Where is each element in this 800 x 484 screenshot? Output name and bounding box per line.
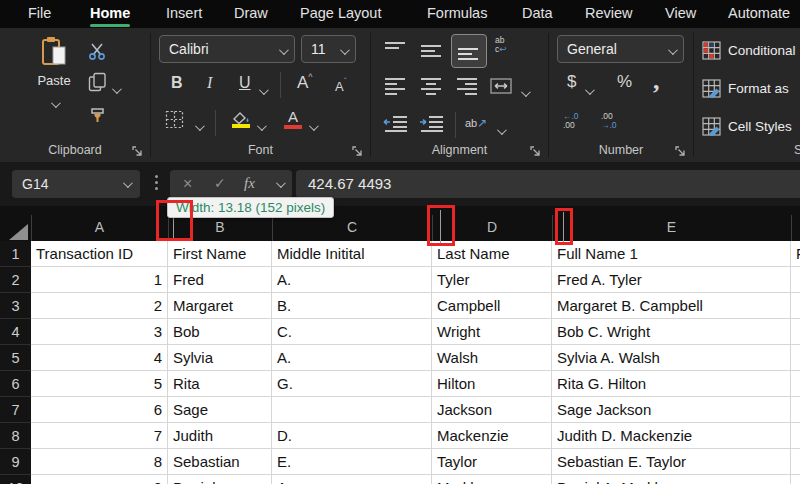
tab-view[interactable]: View bbox=[665, 0, 696, 28]
format-as-table-button[interactable]: Format as bbox=[702, 76, 789, 100]
number-format-select[interactable]: General bbox=[557, 35, 684, 63]
enter-icon[interactable]: ✓ bbox=[214, 170, 226, 197]
percent-button[interactable]: % bbox=[617, 72, 632, 92]
cell-D3[interactable]: Campbell bbox=[432, 293, 552, 319]
number-dialog-launcher[interactable] bbox=[674, 143, 686, 155]
row-header-9[interactable]: 9 bbox=[0, 449, 31, 475]
cell-D7[interactable]: Jackson bbox=[432, 397, 552, 423]
cell-E5[interactable]: Sylvia A. Walsh bbox=[552, 345, 791, 371]
bold-button[interactable]: B bbox=[171, 74, 183, 92]
cell-E7[interactable]: Sage Jackson bbox=[552, 397, 791, 423]
bottom-align-button-selected[interactable] bbox=[451, 34, 487, 68]
cell-D8[interactable]: Mackenzie bbox=[432, 423, 552, 449]
cell-E6[interactable]: Rita G. Hilton bbox=[552, 371, 791, 397]
cell-B6[interactable]: Rita bbox=[168, 371, 272, 397]
column-header-A[interactable]: A bbox=[31, 213, 168, 241]
cell-C4[interactable]: C. bbox=[272, 319, 432, 345]
cell-D2[interactable]: Tyler bbox=[432, 267, 552, 293]
cell-B3[interactable]: Margaret bbox=[168, 293, 272, 319]
cell-B8[interactable]: Judith bbox=[168, 423, 272, 449]
formula-controls-chevron-icon[interactable] bbox=[276, 178, 286, 188]
tab-data[interactable]: Data bbox=[522, 0, 553, 28]
cell-D4[interactable]: Wright bbox=[432, 319, 552, 345]
tab-page-layout[interactable]: Page Layout bbox=[300, 0, 381, 28]
font-size-select[interactable]: 11 bbox=[301, 35, 356, 63]
column-header-divider[interactable] bbox=[272, 215, 273, 241]
borders-chevron-icon[interactable] bbox=[195, 117, 202, 135]
font-family-select[interactable]: Calibri bbox=[159, 35, 295, 63]
cell-F5[interactable] bbox=[791, 345, 800, 371]
cell-F7[interactable] bbox=[791, 397, 800, 423]
cell-B2[interactable]: Fred bbox=[168, 267, 272, 293]
cell-A5[interactable]: 4 bbox=[31, 345, 168, 371]
align-left-button[interactable] bbox=[383, 76, 407, 100]
fill-color-button[interactable] bbox=[231, 110, 251, 128]
wrap-text-button[interactable]: ab c↩ bbox=[495, 36, 506, 54]
column-header-E[interactable]: E bbox=[552, 213, 791, 241]
cell-B5[interactable]: Sylvia bbox=[168, 345, 272, 371]
row-header-3[interactable]: 3 bbox=[0, 293, 31, 319]
top-align-button[interactable] bbox=[383, 40, 407, 64]
cell-D5[interactable]: Walsh bbox=[432, 345, 552, 371]
comma-button[interactable]: , bbox=[653, 66, 660, 96]
cell-E1[interactable]: Full Name 1 bbox=[552, 241, 791, 267]
cell-F2[interactable] bbox=[791, 267, 800, 293]
copy-chevron-icon[interactable] bbox=[112, 80, 119, 98]
cancel-icon[interactable]: × bbox=[183, 170, 192, 197]
currency-chevron-icon[interactable] bbox=[585, 81, 592, 99]
increase-font-button[interactable]: A^ bbox=[297, 72, 313, 93]
increase-decimal-button[interactable]: ←.0 .00 bbox=[563, 112, 579, 130]
merge-center-button[interactable] bbox=[489, 76, 513, 100]
cell-E8[interactable]: Judith D. Mackenzie bbox=[552, 423, 791, 449]
cut-button[interactable] bbox=[88, 42, 106, 64]
alignment-dialog-launcher[interactable] bbox=[529, 143, 541, 155]
cell-B9[interactable]: Sebastian bbox=[168, 449, 272, 475]
row-header-8[interactable]: 8 bbox=[0, 423, 31, 449]
formula-bar-grip-icon[interactable] bbox=[155, 175, 158, 190]
cell-E3[interactable]: Margaret B. Campbell bbox=[552, 293, 791, 319]
paste-button[interactable]: Paste bbox=[28, 36, 80, 112]
cell-A1[interactable]: Transaction ID bbox=[31, 241, 168, 267]
cell-C3[interactable]: B. bbox=[272, 293, 432, 319]
align-right-button[interactable] bbox=[455, 76, 479, 100]
decrease-font-button[interactable]: Aˇ bbox=[335, 76, 347, 94]
increase-indent-button[interactable] bbox=[419, 114, 445, 138]
font-color-button[interactable]: A bbox=[284, 108, 302, 125]
row-header-1[interactable]: 1 bbox=[0, 241, 31, 267]
cell-D9[interactable]: Taylor bbox=[432, 449, 552, 475]
cell-F9[interactable] bbox=[791, 449, 800, 475]
cell-C7[interactable] bbox=[272, 397, 432, 423]
cell-C10[interactable]: A. bbox=[272, 475, 432, 484]
underline-button[interactable]: U bbox=[239, 74, 251, 92]
cell-D6[interactable]: Hilton bbox=[432, 371, 552, 397]
cell-A7[interactable]: 6 bbox=[31, 397, 168, 423]
row-header-5[interactable]: 5 bbox=[0, 345, 31, 371]
column-header-divider[interactable] bbox=[552, 215, 553, 241]
row-header-4[interactable]: 4 bbox=[0, 319, 31, 345]
cell-A2[interactable]: 1 bbox=[31, 267, 168, 293]
cell-B1[interactable]: First Name bbox=[168, 241, 272, 267]
middle-align-button[interactable] bbox=[419, 40, 443, 64]
cell-C9[interactable]: E. bbox=[272, 449, 432, 475]
cell-F10[interactable] bbox=[791, 475, 800, 484]
cell-A3[interactable]: 2 bbox=[31, 293, 168, 319]
cell-A10[interactable]: 9 bbox=[31, 475, 168, 484]
fill-color-chevron-icon[interactable] bbox=[257, 117, 264, 135]
cell-E9[interactable]: Sebastian E. Taylor bbox=[552, 449, 791, 475]
copy-button[interactable] bbox=[88, 72, 107, 96]
cell-C8[interactable]: D. bbox=[272, 423, 432, 449]
cell-F8[interactable] bbox=[791, 423, 800, 449]
tab-formulas[interactable]: Formulas bbox=[427, 0, 487, 28]
borders-button[interactable] bbox=[165, 110, 184, 133]
font-dialog-launcher[interactable] bbox=[351, 143, 363, 155]
cell-E4[interactable]: Bob C. Wright bbox=[552, 319, 791, 345]
row-header-7[interactable]: 7 bbox=[0, 397, 31, 423]
row-header-2[interactable]: 2 bbox=[0, 267, 31, 293]
merge-chevron-icon[interactable] bbox=[521, 83, 528, 101]
name-box[interactable]: G14 bbox=[12, 170, 140, 198]
font-color-chevron-icon[interactable] bbox=[309, 117, 316, 135]
format-painter-button[interactable] bbox=[88, 106, 108, 130]
cell-C2[interactable]: A. bbox=[272, 267, 432, 293]
tab-draw[interactable]: Draw bbox=[234, 0, 268, 28]
cell-F3[interactable] bbox=[791, 293, 800, 319]
